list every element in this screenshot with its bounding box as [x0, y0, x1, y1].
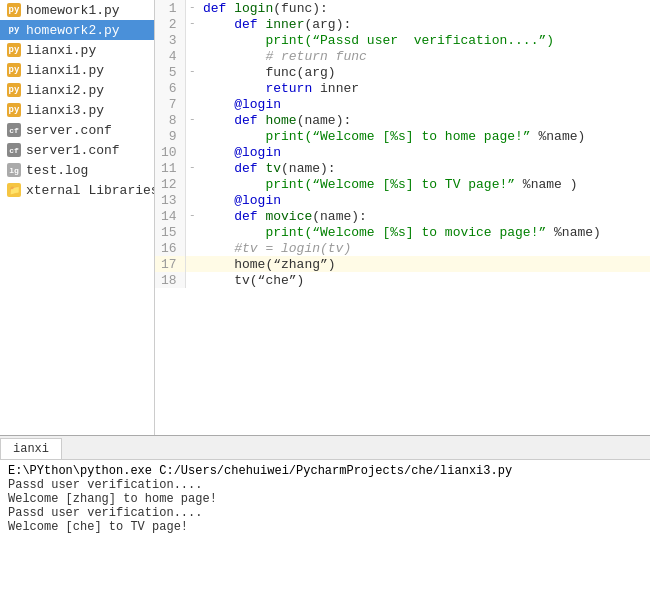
code-content-2: def inner(arg):	[199, 16, 650, 32]
sidebar-label-lianxi1: lianxi1.py	[26, 63, 104, 78]
file-icon-homework2: py	[6, 22, 22, 38]
fold-gutter-17	[185, 256, 199, 272]
run-command-line: E:\PYthon\python.exe C:/Users/chehuiwei/…	[8, 464, 642, 478]
sidebar-label-server_conf: server.conf	[26, 123, 112, 138]
line-number-7: 7	[155, 96, 185, 112]
editor-area: 1-def login(func):2- def inner(arg):3 pr…	[155, 0, 650, 435]
sidebar-item-ext_lib[interactable]: 📁xternal Libraries	[0, 180, 154, 200]
fold-gutter-10	[185, 144, 199, 160]
code-content-6: return inner	[199, 80, 650, 96]
sidebar-item-homework1[interactable]: pyhomework1.py	[0, 0, 154, 20]
code-content-15: print(“Welcome [%s] to movice page!” %na…	[199, 224, 650, 240]
fold-gutter-15	[185, 224, 199, 240]
sidebar-label-homework2: homework2.py	[26, 23, 120, 38]
terminal-output-line: Passd user verification....	[8, 506, 642, 520]
fold-gutter-9	[185, 128, 199, 144]
file-icon-server_conf: cf	[6, 122, 22, 138]
line-number-5: 5	[155, 64, 185, 80]
code-line-12: 12 print(“Welcome [%s] to TV page!” %nam…	[155, 176, 650, 192]
code-line-13: 13 @login	[155, 192, 650, 208]
fold-gutter-12	[185, 176, 199, 192]
fold-gutter-7	[185, 96, 199, 112]
sidebar-label-lianxi2: lianxi2.py	[26, 83, 104, 98]
fold-gutter-5[interactable]: -	[185, 64, 199, 80]
file-icon-test_log: lg	[6, 162, 22, 178]
terminal-output-line: Welcome [che] to TV page!	[8, 520, 642, 534]
line-number-10: 10	[155, 144, 185, 160]
code-content-8: def home(name):	[199, 112, 650, 128]
code-line-16: 16 #tv = login(tv)	[155, 240, 650, 256]
fold-gutter-4	[185, 48, 199, 64]
file-icon-lianxi1: py	[6, 62, 22, 78]
code-content-3: print(“Passd user verification....”)	[199, 32, 650, 48]
sidebar-label-server1_conf: server1.conf	[26, 143, 120, 158]
code-content-13: @login	[199, 192, 650, 208]
code-line-6: 6 return inner	[155, 80, 650, 96]
line-number-8: 8	[155, 112, 185, 128]
code-content-14: def movice(name):	[199, 208, 650, 224]
sidebar-item-homework2[interactable]: pyhomework2.py	[0, 20, 154, 40]
fold-gutter-11[interactable]: -	[185, 160, 199, 176]
code-content-9: print(“Welcome [%s] to home page!” %name…	[199, 128, 650, 144]
sidebar-label-lianxi3: lianxi3.py	[26, 103, 104, 118]
sidebar-item-lianxi[interactable]: pylianxi.py	[0, 40, 154, 60]
line-number-2: 2	[155, 16, 185, 32]
code-line-5: 5- func(arg)	[155, 64, 650, 80]
line-number-3: 3	[155, 32, 185, 48]
code-content-11: def tv(name):	[199, 160, 650, 176]
code-line-1: 1-def login(func):	[155, 0, 650, 16]
terminal-tab[interactable]: ianxi	[0, 438, 62, 459]
fold-gutter-6	[185, 80, 199, 96]
code-content-7: @login	[199, 96, 650, 112]
code-line-11: 11- def tv(name):	[155, 160, 650, 176]
code-content-1: def login(func):	[199, 0, 650, 16]
code-line-9: 9 print(“Welcome [%s] to home page!” %na…	[155, 128, 650, 144]
sidebar-item-server_conf[interactable]: cfserver.conf	[0, 120, 154, 140]
line-number-9: 9	[155, 128, 185, 144]
code-content-18: tv(“che”)	[199, 272, 650, 288]
line-number-11: 11	[155, 160, 185, 176]
sidebar-label-lianxi: lianxi.py	[26, 43, 96, 58]
sidebar-label-test_log: test.log	[26, 163, 88, 178]
sidebar-item-lianxi3[interactable]: pylianxi3.py	[0, 100, 154, 120]
code-content-12: print(“Welcome [%s] to TV page!” %name )	[199, 176, 650, 192]
sidebar-item-server1_conf[interactable]: cfserver1.conf	[0, 140, 154, 160]
sidebar-label-homework1: homework1.py	[26, 3, 120, 18]
fold-gutter-14[interactable]: -	[185, 208, 199, 224]
code-content-5: func(arg)	[199, 64, 650, 80]
line-number-4: 4	[155, 48, 185, 64]
terminal-tab-bar: ianxi	[0, 436, 650, 460]
sidebar-label-ext_lib: xternal Libraries	[26, 183, 155, 198]
terminal-area: ianxi E:\PYthon\python.exe C:/Users/cheh…	[0, 435, 650, 600]
terminal-output-line: Passd user verification....	[8, 478, 642, 492]
fold-gutter-1[interactable]: -	[185, 0, 199, 16]
fold-gutter-8[interactable]: -	[185, 112, 199, 128]
line-number-13: 13	[155, 192, 185, 208]
line-number-17: 17	[155, 256, 185, 272]
line-number-12: 12	[155, 176, 185, 192]
code-line-10: 10 @login	[155, 144, 650, 160]
code-content-17: home(“zhang”)	[199, 256, 650, 272]
fold-gutter-16	[185, 240, 199, 256]
code-table: 1-def login(func):2- def inner(arg):3 pr…	[155, 0, 650, 288]
main-area: pyhomework1.pypyhomework2.pypylianxi.pyp…	[0, 0, 650, 435]
sidebar-item-lianxi2[interactable]: pylianxi2.py	[0, 80, 154, 100]
terminal-output: E:\PYthon\python.exe C:/Users/chehuiwei/…	[0, 460, 650, 600]
file-icon-homework1: py	[6, 2, 22, 18]
code-content-4: # return func	[199, 48, 650, 64]
line-number-18: 18	[155, 272, 185, 288]
line-number-16: 16	[155, 240, 185, 256]
sidebar-item-lianxi1[interactable]: pylianxi1.py	[0, 60, 154, 80]
code-line-2: 2- def inner(arg):	[155, 16, 650, 32]
code-content-16: #tv = login(tv)	[199, 240, 650, 256]
fold-gutter-2[interactable]: -	[185, 16, 199, 32]
code-line-15: 15 print(“Welcome [%s] to movice page!” …	[155, 224, 650, 240]
code-line-14: 14- def movice(name):	[155, 208, 650, 224]
line-number-6: 6	[155, 80, 185, 96]
fold-gutter-13	[185, 192, 199, 208]
code-line-17: 17 home(“zhang”)	[155, 256, 650, 272]
line-number-14: 14	[155, 208, 185, 224]
sidebar-item-test_log[interactable]: lgtest.log	[0, 160, 154, 180]
file-icon-server1_conf: cf	[6, 142, 22, 158]
line-number-15: 15	[155, 224, 185, 240]
